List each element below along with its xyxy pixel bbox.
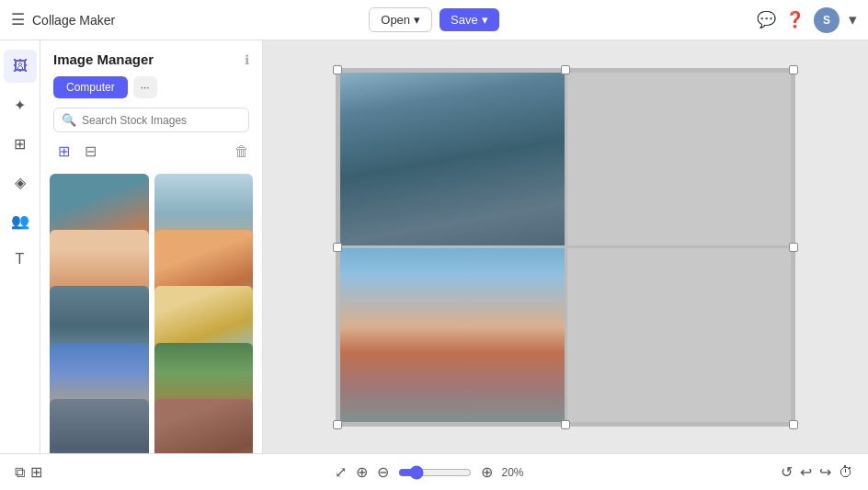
layout-tool-icon[interactable]: ⊞ [4,127,37,160]
avatar[interactable]: S [814,7,839,33]
grid-view-button[interactable]: ⊞ [53,140,74,163]
header-right: 💬 ❓ S ▾ [507,7,857,33]
collage-slot-bl[interactable] [340,248,565,422]
list-view-button[interactable]: ⊟ [80,140,101,163]
main-content: 🖼 ✦ ⊞ ◈ 👥 T Image Manager ℹ Computer ···… [0,40,868,453]
bottom-left-controls: ⧉ ⊞ [15,463,42,481]
slot-image-bl [340,248,565,422]
info-icon[interactable]: ℹ [245,52,249,67]
resize-handle-lm[interactable] [333,243,342,252]
resize-handle-rm[interactable] [789,243,798,252]
zoom-slider[interactable] [398,465,472,480]
bottom-right-controls: ↺ ↩ ↪ ⏱ [781,463,853,481]
layers-icon[interactable]: ⧉ [15,463,25,481]
resize-handle-tr[interactable] [789,65,798,74]
filter-tool-icon[interactable]: ✦ [4,88,37,121]
slot-image-tl [340,73,565,246]
side-panel: Image Manager ℹ Computer ··· 🔍 ⊞ ⊟ 🗑 [40,40,263,453]
history-icon[interactable]: ⏱ [839,463,853,481]
people-tool-icon[interactable]: 👥 [4,204,37,237]
computer-source-button[interactable]: Computer [53,76,128,98]
zoom-in-button[interactable]: ⊕ [481,463,493,481]
open-button[interactable]: Open ▾ [369,7,432,32]
delete-button[interactable]: 🗑 [234,143,249,160]
panel-title: Image Manager [53,51,154,67]
resize-handle-bl[interactable] [333,420,342,429]
resize-handle-tm[interactable] [561,65,570,74]
chevron-down-icon: ▾ [482,13,488,27]
collage-slot-tl[interactable] [340,73,565,246]
zoom-label: 20% [502,466,534,479]
image-tool-icon[interactable]: 🖼 [4,50,37,83]
canvas-area [263,40,868,453]
list-item[interactable] [154,399,254,453]
header-center: Open ▾ Save ▾ [369,7,498,32]
bottom-center-controls: ⤢ ⊕ ⊖ ⊕ 20% [335,463,534,481]
chat-icon[interactable]: 💬 [757,10,776,29]
undo-icon[interactable]: ↩ [800,463,812,481]
view-controls: ⊞ ⊟ 🗑 [40,140,262,170]
sticker-tool-icon[interactable]: ◈ [4,165,37,199]
image-grid [40,170,262,453]
collage-canvas[interactable] [336,68,795,427]
save-button[interactable]: Save ▾ [440,8,499,31]
crop-icon[interactable]: ⊕ [356,463,368,481]
search-row: 🔍 [40,106,262,140]
list-item[interactable] [50,399,149,453]
grid-icon[interactable]: ⊞ [30,463,42,481]
collage-grid [337,70,794,425]
collage-slot-br[interactable] [567,248,792,422]
menu-icon[interactable]: ☰ [11,10,25,29]
refresh-icon[interactable]: ↺ [781,463,793,481]
more-sources-button[interactable]: ··· [133,76,157,98]
help-icon[interactable]: ❓ [785,10,805,29]
text-tool-icon[interactable]: T [4,243,37,276]
resize-handle-br[interactable] [789,420,798,429]
chevron-down-icon[interactable]: ▾ [849,10,857,29]
left-toolbar: 🖼 ✦ ⊞ ◈ 👥 T [0,40,40,453]
header-left: ☰ Collage Maker [11,10,361,29]
header: ☰ Collage Maker Open ▾ Save ▾ 💬 ❓ S ▾ [0,0,868,40]
resize-handle-bm[interactable] [561,420,570,429]
search-box: 🔍 [53,108,249,132]
bottom-toolbar: ⧉ ⊞ ⤢ ⊕ ⊖ ⊕ 20% ↺ ↩ ↪ ⏱ [0,453,868,490]
resize-handle-tl[interactable] [333,65,342,74]
zoom-out-button[interactable]: ⊖ [377,463,389,481]
panel-header: Image Manager ℹ [40,40,262,73]
chevron-down-icon: ▾ [414,13,420,27]
panel-source-row: Computer ··· [40,73,262,106]
fullscreen-icon[interactable]: ⤢ [335,463,347,481]
collage-slot-tr[interactable] [567,73,792,246]
search-icon: 🔍 [62,113,76,127]
search-input[interactable] [82,114,241,127]
redo-icon[interactable]: ↪ [819,463,831,481]
app-title: Collage Maker [32,13,115,28]
